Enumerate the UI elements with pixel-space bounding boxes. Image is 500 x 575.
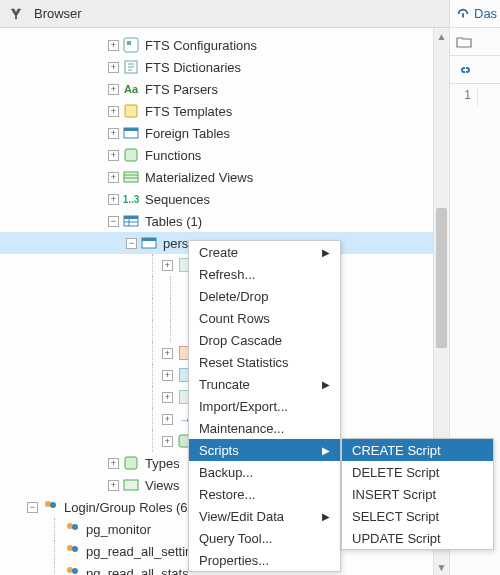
node-fts-dictionaries[interactable]: + FTS Dictionaries bbox=[0, 56, 449, 78]
functions-icon bbox=[123, 147, 139, 163]
editor-gutter: 1 bbox=[450, 84, 500, 106]
menu-maintenance[interactable]: Maintenance... bbox=[189, 417, 340, 439]
menu-truncate[interactable]: Truncate▶ bbox=[189, 373, 340, 395]
scroll-up-icon[interactable]: ▲ bbox=[434, 28, 449, 44]
line-number: 1 bbox=[450, 88, 478, 106]
svg-rect-11 bbox=[142, 238, 156, 241]
menu-count-rows[interactable]: Count Rows bbox=[189, 307, 340, 329]
node-label: Materialized Views bbox=[143, 170, 253, 185]
menu-create[interactable]: Create▶ bbox=[189, 241, 340, 263]
expander-icon[interactable]: + bbox=[108, 150, 119, 161]
svg-point-15 bbox=[45, 501, 51, 507]
node-foreign-tables[interactable]: + Foreign Tables bbox=[0, 122, 449, 144]
submenu-arrow-icon: ▶ bbox=[322, 379, 330, 390]
open-file-icon[interactable] bbox=[456, 34, 472, 50]
svg-point-17 bbox=[67, 523, 73, 529]
expander-icon[interactable]: + bbox=[108, 172, 119, 183]
node-tables[interactable]: − Tables (1) bbox=[0, 210, 449, 232]
node-label: pg_monitor bbox=[84, 522, 151, 537]
fts-config-icon bbox=[123, 37, 139, 53]
sequences-icon: 1..3 bbox=[123, 191, 139, 207]
role-icon bbox=[64, 521, 80, 537]
expander-icon[interactable]: − bbox=[27, 502, 38, 513]
menu-delete[interactable]: Delete/Drop bbox=[189, 285, 340, 307]
expander-icon[interactable]: − bbox=[108, 216, 119, 227]
menu-query-tool[interactable]: Query Tool... bbox=[189, 527, 340, 549]
expander-icon[interactable]: + bbox=[108, 458, 119, 469]
views-icon bbox=[123, 477, 139, 493]
node-label: FTS Configurations bbox=[143, 38, 257, 53]
node-label: Functions bbox=[143, 148, 201, 163]
mat-views-icon bbox=[123, 169, 139, 185]
submenu-delete-script[interactable]: DELETE Script bbox=[342, 461, 493, 483]
expander-icon[interactable]: − bbox=[126, 238, 137, 249]
svg-point-19 bbox=[67, 545, 73, 551]
submenu-insert-script[interactable]: INSERT Script bbox=[342, 483, 493, 505]
expander-icon[interactable]: + bbox=[108, 480, 119, 491]
roles-icon bbox=[42, 499, 58, 515]
node-label: Login/Group Roles (6) bbox=[62, 500, 192, 515]
panel-title: Browser bbox=[34, 6, 82, 21]
menu-refresh[interactable]: Refresh... bbox=[189, 263, 340, 285]
svg-rect-6 bbox=[125, 149, 137, 161]
menu-drop-cascade[interactable]: Drop Cascade bbox=[189, 329, 340, 351]
fts-templates-icon bbox=[123, 103, 139, 119]
expander-icon[interactable]: + bbox=[108, 62, 119, 73]
context-menu[interactable]: Create▶ Refresh... Delete/Drop Count Row… bbox=[188, 240, 341, 572]
node-label: FTS Parsers bbox=[143, 82, 218, 97]
svg-rect-13 bbox=[125, 457, 137, 469]
node-label: pg_read_all_setting bbox=[84, 544, 199, 559]
browser-icon bbox=[8, 6, 24, 22]
foreign-tables-icon bbox=[123, 125, 139, 141]
svg-rect-25 bbox=[462, 13, 464, 17]
node-fts-parsers[interactable]: + Aa FTS Parsers bbox=[0, 78, 449, 100]
expander-icon[interactable]: + bbox=[108, 194, 119, 205]
expander-icon[interactable]: + bbox=[108, 84, 119, 95]
dashboard-tab[interactable]: Das bbox=[450, 0, 500, 28]
svg-point-22 bbox=[72, 568, 78, 574]
expander-icon[interactable]: + bbox=[108, 106, 119, 117]
dashboard-icon bbox=[456, 7, 470, 21]
submenu-arrow-icon: ▶ bbox=[322, 511, 330, 522]
scroll-down-icon[interactable]: ▼ bbox=[434, 559, 449, 575]
svg-point-21 bbox=[67, 567, 73, 573]
node-label: Views bbox=[143, 478, 179, 493]
svg-point-16 bbox=[50, 502, 56, 508]
node-label: pg_read_all_stats bbox=[84, 566, 189, 576]
menu-backup[interactable]: Backup... bbox=[189, 461, 340, 483]
menu-scripts[interactable]: Scripts▶ bbox=[189, 439, 340, 461]
expander-icon[interactable]: + bbox=[108, 40, 119, 51]
svg-rect-9 bbox=[124, 216, 138, 219]
fts-parser-icon: Aa bbox=[123, 81, 139, 97]
menu-import-export[interactable]: Import/Export... bbox=[189, 395, 340, 417]
scripts-submenu[interactable]: CREATE Script DELETE Script INSERT Scrip… bbox=[341, 438, 494, 550]
node-label: Tables (1) bbox=[143, 214, 202, 229]
menu-restore[interactable]: Restore... bbox=[189, 483, 340, 505]
menu-reset-stats[interactable]: Reset Statistics bbox=[189, 351, 340, 373]
node-functions[interactable]: + Functions bbox=[0, 144, 449, 166]
menu-properties[interactable]: Properties... bbox=[189, 549, 340, 571]
submenu-update-script[interactable]: UPDATE Script bbox=[342, 527, 493, 549]
node-sequences[interactable]: + 1..3 Sequences bbox=[0, 188, 449, 210]
scroll-thumb[interactable] bbox=[436, 208, 447, 348]
link-icon[interactable] bbox=[456, 62, 472, 78]
submenu-create-script[interactable]: CREATE Script bbox=[342, 439, 493, 461]
role-icon bbox=[64, 565, 80, 575]
types-icon bbox=[123, 455, 139, 471]
tab-label: Das bbox=[474, 6, 497, 21]
svg-rect-14 bbox=[124, 480, 138, 490]
node-fts-configurations[interactable]: + FTS Configurations bbox=[0, 34, 449, 56]
submenu-select-script[interactable]: SELECT Script bbox=[342, 505, 493, 527]
svg-point-18 bbox=[72, 524, 78, 530]
node-label: Foreign Tables bbox=[143, 126, 230, 141]
svg-point-20 bbox=[72, 546, 78, 552]
expander-icon[interactable]: + bbox=[108, 128, 119, 139]
table-icon bbox=[141, 235, 157, 251]
svg-rect-5 bbox=[124, 128, 138, 131]
svg-rect-1 bbox=[127, 41, 131, 45]
node-label: Sequences bbox=[143, 192, 210, 207]
node-fts-templates[interactable]: + FTS Templates bbox=[0, 100, 449, 122]
tables-icon bbox=[123, 213, 139, 229]
menu-view-edit-data[interactable]: View/Edit Data▶ bbox=[189, 505, 340, 527]
node-materialized-views[interactable]: + Materialized Views bbox=[0, 166, 449, 188]
